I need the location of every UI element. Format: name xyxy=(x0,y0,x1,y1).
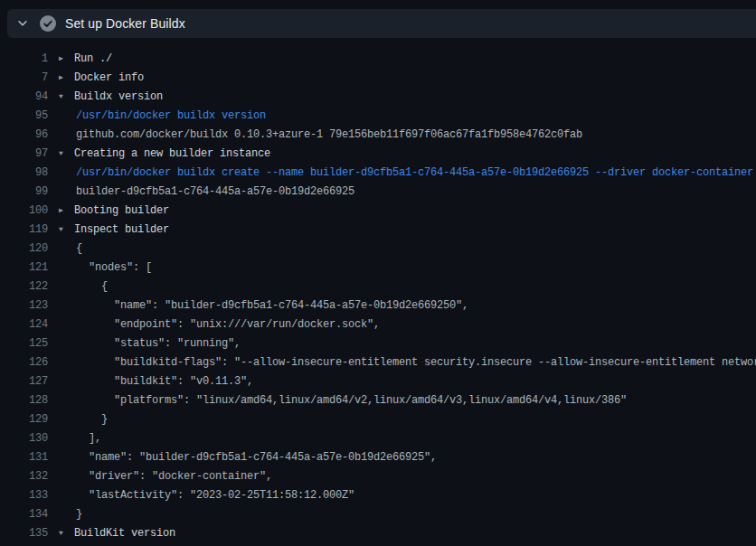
log-group-row[interactable]: 94▼Buildx version xyxy=(0,87,756,106)
log-line-content: "nodes": [ xyxy=(59,261,152,274)
log-line-content: "platforms": "linux/amd64,linux/amd64/v2… xyxy=(59,394,627,407)
log-line-row: 131 "name": "builder-d9cfb5a1-c764-445a-… xyxy=(0,447,756,466)
log-line-row: 128 "platforms": "linux/amd64,linux/amd6… xyxy=(0,391,756,410)
log-line-row: 126 "buildkitd-flags": "--allow-insecure… xyxy=(0,353,756,372)
log-line-row: 127 "buildkit": "v0.11.3", xyxy=(0,372,756,391)
log-line-row: 129 } xyxy=(0,410,756,428)
group-caret-expanded-icon[interactable]: ▼ xyxy=(59,149,67,157)
log-output-text: "nodes": [ xyxy=(76,261,152,274)
group-caret-collapsed-icon[interactable]: ▶ xyxy=(59,206,67,214)
log-line-content: ], xyxy=(59,432,101,445)
log-group-content[interactable]: ▶Booting builder xyxy=(59,204,169,217)
log-line-row: 125 "status": "running", xyxy=(0,334,756,353)
group-caret-expanded-icon[interactable]: ▼ xyxy=(59,225,67,233)
line-number-link[interactable]: 94 xyxy=(0,90,48,103)
log-group-row[interactable]: 100▶Booting builder xyxy=(0,201,756,220)
line-number-link[interactable]: 122 xyxy=(0,280,48,293)
log-line-content: { xyxy=(59,280,108,293)
line-number-link[interactable]: 99 xyxy=(0,185,48,198)
log-output-text: ], xyxy=(76,432,101,445)
log-line-content: "name": "builder-d9cfb5a1-c764-445a-a57e… xyxy=(59,299,468,312)
log-group-row[interactable]: 135▼BuildKit version xyxy=(0,523,756,542)
log-line-content: "buildkit": "v0.11.3", xyxy=(59,375,253,388)
line-number-link[interactable]: 130 xyxy=(0,432,48,445)
group-title: Run ./ xyxy=(74,52,112,65)
log-line-content: "endpoint": "unix:///var/run/docker.sock… xyxy=(59,318,380,331)
log-group-row[interactable]: 97▼Creating a new builder instance xyxy=(0,144,756,163)
log-line-content: /usr/bin/docker buildx create --name bui… xyxy=(59,166,753,179)
log-command-text: /usr/bin/docker buildx create --name bui… xyxy=(76,166,753,179)
line-number-link[interactable]: 96 xyxy=(0,128,48,141)
log-output-text: "name": "builder-d9cfb5a1-c764-445a-a57e… xyxy=(76,299,468,312)
log-output-text: "platforms": "linux/amd64,linux/amd64/v2… xyxy=(76,394,627,407)
group-caret-collapsed-icon[interactable]: ▶ xyxy=(59,54,67,62)
group-title: Booting builder xyxy=(74,204,169,217)
log-group-content[interactable]: ▶Run ./ xyxy=(59,52,112,65)
group-caret-expanded-icon[interactable]: ▼ xyxy=(59,92,67,100)
log-line-content: "name": "builder-d9cfb5a1-c764-445a-a57e… xyxy=(59,451,437,464)
line-number-link[interactable]: 125 xyxy=(0,337,48,350)
check-circle-icon xyxy=(40,15,56,32)
log-group-content[interactable]: ▼Creating a new builder instance xyxy=(59,147,270,160)
line-number-link[interactable]: 126 xyxy=(0,356,48,369)
log-line-content: } xyxy=(59,413,108,426)
line-number-link[interactable]: 119 xyxy=(0,223,48,236)
line-number-link[interactable]: 124 xyxy=(0,318,48,331)
line-number-link[interactable]: 1 xyxy=(0,52,48,65)
log-output-text: { xyxy=(76,242,82,255)
log-group-content[interactable]: ▶Docker info xyxy=(59,71,144,84)
log-line-row: 120{ xyxy=(0,239,756,258)
log-output-text: "driver": "docker-container", xyxy=(76,470,272,483)
line-number-link[interactable]: 7 xyxy=(0,71,48,84)
log-line-content: builder-d9cfb5a1-c764-445a-a57e-0b19d2e6… xyxy=(59,185,354,198)
log-output-text: "endpoint": "unix:///var/run/docker.sock… xyxy=(76,318,380,331)
log-group-content[interactable]: ▼BuildKit version xyxy=(59,527,175,540)
log-line-content: "driver": "docker-container", xyxy=(59,470,272,483)
line-number-link[interactable]: 131 xyxy=(0,451,48,464)
line-number-link[interactable]: 135 xyxy=(0,527,48,540)
log-group-content[interactable]: ▼Buildx version xyxy=(59,90,163,103)
log-output-text: builder-d9cfb5a1-c764-445a-a57e-0b19d2e6… xyxy=(76,185,354,198)
log-line-row: 122 { xyxy=(0,277,756,296)
group-title: BuildKit version xyxy=(74,527,175,540)
log-output-text: github.com/docker/buildx 0.10.3+azure-1 … xyxy=(76,128,582,141)
log-line-content: "buildkitd-flags": "--allow-insecure-ent… xyxy=(59,356,756,369)
log-line-content: /usr/bin/docker buildx version xyxy=(59,109,266,122)
step-header[interactable]: Set up Docker Buildx xyxy=(7,9,756,38)
log-line-row: 99builder-d9cfb5a1-c764-445a-a57e-0b19d2… xyxy=(0,182,756,201)
log-line-row: 130 ], xyxy=(0,428,756,447)
log-output-text: } xyxy=(76,508,82,521)
log-group-row[interactable]: 1▶Run ./ xyxy=(0,49,756,68)
line-number-link[interactable]: 123 xyxy=(0,299,48,312)
log-line-row: 136builder-d9cfb5a1-c764-445a-a57e-0b19d… xyxy=(0,542,756,546)
log-line-content: "status": "running", xyxy=(59,337,241,350)
log-line-row: 96github.com/docker/buildx 0.10.3+azure-… xyxy=(0,125,756,144)
group-caret-expanded-icon[interactable]: ▼ xyxy=(59,529,67,537)
line-number-link[interactable]: 95 xyxy=(0,109,48,122)
log-line-row: 134} xyxy=(0,504,756,523)
line-number-link[interactable]: 132 xyxy=(0,470,48,483)
line-number-link[interactable]: 127 xyxy=(0,375,48,388)
chevron-down-icon[interactable] xyxy=(16,17,29,30)
log-line-row: 121 "nodes": [ xyxy=(0,258,756,277)
line-number-link[interactable]: 128 xyxy=(0,394,48,407)
line-number-link[interactable]: 97 xyxy=(0,147,48,160)
log-group-row[interactable]: 7▶Docker info xyxy=(0,68,756,87)
log-group-row[interactable]: 119▼Inspect builder xyxy=(0,220,756,239)
actions-log-viewer: { "header": { "title": "Set up Docker Bu… xyxy=(0,0,756,546)
group-caret-collapsed-icon[interactable]: ▶ xyxy=(59,73,67,81)
log-output-text: "lastActivity": "2023-02-25T11:58:12.000… xyxy=(76,489,354,502)
group-title: Inspect builder xyxy=(74,223,169,236)
line-number-link[interactable]: 133 xyxy=(0,489,48,502)
line-number-link[interactable]: 134 xyxy=(0,508,48,521)
log-line-row: 133 "lastActivity": "2023-02-25T11:58:12… xyxy=(0,485,756,504)
log-group-content[interactable]: ▼Inspect builder xyxy=(59,223,169,236)
line-number-link[interactable]: 98 xyxy=(0,166,48,179)
line-number-link[interactable]: 120 xyxy=(0,242,48,255)
log-line-content: } xyxy=(59,508,82,521)
log-output-text: "buildkit": "v0.11.3", xyxy=(76,375,253,388)
log-line-row: 123 "name": "builder-d9cfb5a1-c764-445a-… xyxy=(0,296,756,315)
line-number-link[interactable]: 121 xyxy=(0,261,48,274)
line-number-link[interactable]: 100 xyxy=(0,204,48,217)
line-number-link[interactable]: 129 xyxy=(0,413,48,426)
